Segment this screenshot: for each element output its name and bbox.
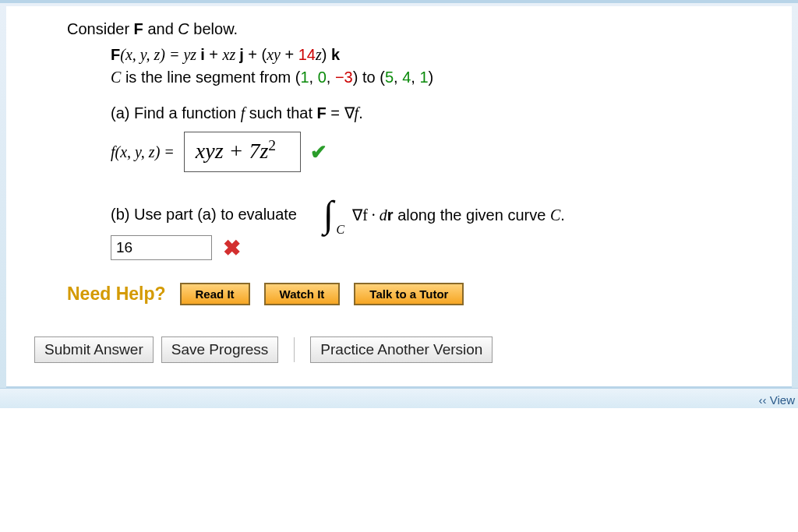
view-link[interactable]: ‹‹ View <box>759 393 795 407</box>
divider <box>294 337 295 362</box>
read-it-button[interactable]: Read It <box>180 283 250 305</box>
need-help-label: Need Help? <box>67 284 166 305</box>
part-b-prompt: (b) Use part (a) to evaluate ∫C ∇f · dr … <box>111 203 773 226</box>
submit-answer-button[interactable]: Submit Answer <box>34 336 154 363</box>
part-a-answer-box[interactable]: xyz + 7z2 <box>184 132 301 172</box>
part-b-answer-input[interactable] <box>111 235 212 260</box>
footer-strip: ‹‹ View <box>0 388 798 408</box>
watch-it-button[interactable]: Watch It <box>264 283 341 305</box>
curve-description: C is the line segment from (1, 0, −3) to… <box>111 69 773 86</box>
part-a-answer-label: f(x, y, z) = <box>111 143 175 161</box>
save-progress-button[interactable]: Save Progress <box>161 336 279 363</box>
cross-icon: ✖ <box>223 235 241 261</box>
intro-text: Consider F and C below. <box>67 20 773 38</box>
practice-another-button[interactable]: Practice Another Version <box>310 336 493 363</box>
integral-icon: ∫C <box>323 203 334 226</box>
part-a-prompt: (a) Find a function f such that F = ∇f. <box>111 104 773 122</box>
check-icon: ✔ <box>310 140 327 164</box>
talk-to-tutor-button[interactable]: Talk to a Tutor <box>354 283 464 305</box>
vector-field-formula: F(x, y, z) = yz i + xz j + (xy + 14z) k <box>111 46 773 64</box>
